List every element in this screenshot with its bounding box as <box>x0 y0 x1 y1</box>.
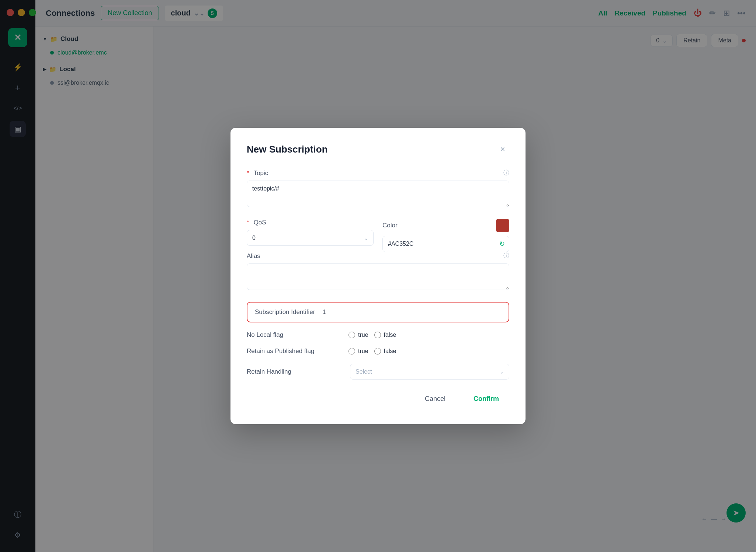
qos-label-text: QoS <box>254 219 266 226</box>
color-input-wrapper: #AC352C ↻ <box>382 236 509 252</box>
retain-published-false-option[interactable]: false <box>374 348 396 354</box>
topic-info-icon[interactable]: ⓘ <box>503 169 509 177</box>
no-local-false-label: false <box>384 332 396 338</box>
no-local-false-option[interactable]: false <box>374 332 396 338</box>
topic-required: * <box>247 170 249 177</box>
retain-published-true-radio[interactable] <box>348 348 355 354</box>
confirm-button[interactable]: Confirm <box>463 390 509 408</box>
topic-label-text: Topic <box>254 170 268 177</box>
retain-published-false-radio[interactable] <box>374 348 381 354</box>
color-input[interactable]: #AC352C <box>382 236 509 252</box>
color-label: Color <box>382 219 509 232</box>
qos-color-row: * QoS 0 1 2 ⌄ Color #AC352C ↻ <box>247 219 509 252</box>
dialog-title: New Subscription <box>247 144 328 155</box>
alias-input[interactable] <box>247 263 509 290</box>
qos-select[interactable]: 0 1 2 <box>247 230 374 246</box>
color-col: Color #AC352C ↻ <box>382 219 509 252</box>
retain-published-false-label: false <box>384 348 396 354</box>
topic-form-group: * Topic ⓘ <box>247 169 509 209</box>
retain-as-published-row: Retain as Published flag true false <box>247 347 509 355</box>
retain-handling-select[interactable]: Select 0 1 2 <box>350 364 509 380</box>
no-local-true-radio[interactable] <box>348 332 355 338</box>
dialog-close-button[interactable]: × <box>496 143 509 156</box>
qos-required: * <box>247 219 249 226</box>
refresh-icon[interactable]: ↻ <box>499 240 505 248</box>
alias-label: Alias ⓘ <box>247 252 509 260</box>
retain-handling-select-wrapper: Select 0 1 2 ⌄ <box>350 364 509 380</box>
retain-as-published-label: Retain as Published flag <box>247 347 343 355</box>
qos-label: * QoS <box>247 219 374 226</box>
new-subscription-dialog: New Subscription × * Topic ⓘ * QoS 0 1 2… <box>230 128 526 424</box>
alias-form-group: Alias ⓘ <box>247 252 509 291</box>
no-local-true-label: true <box>358 332 368 338</box>
retain-handling-label: Retain Handling <box>247 368 343 375</box>
alias-info-icon[interactable]: ⓘ <box>503 252 509 260</box>
color-swatch[interactable] <box>496 219 509 232</box>
retain-published-true-label: true <box>358 348 368 354</box>
no-local-flag-label: No Local flag <box>247 331 343 339</box>
topic-input[interactable] <box>247 181 509 207</box>
subscription-identifier-label: Subscription Identifier <box>255 308 315 316</box>
retain-published-true-option[interactable]: true <box>348 348 368 354</box>
no-local-flag-row: No Local flag true false <box>247 331 509 339</box>
color-row: #AC352C ↻ <box>382 236 509 252</box>
topic-label: * Topic ⓘ <box>247 169 509 177</box>
dialog-footer: Cancel Confirm <box>247 390 509 408</box>
subscription-identifier-row: Subscription Identifier <box>247 302 509 322</box>
no-local-false-radio[interactable] <box>374 332 381 338</box>
qos-col: * QoS 0 1 2 ⌄ <box>247 219 374 246</box>
qos-select-wrapper: 0 1 2 ⌄ <box>247 230 374 246</box>
no-local-true-option[interactable]: true <box>348 332 368 338</box>
cancel-button[interactable]: Cancel <box>415 390 456 408</box>
subscription-identifier-input[interactable] <box>322 309 501 315</box>
dialog-header: New Subscription × <box>247 143 509 156</box>
retain-handling-row: Retain Handling Select 0 1 2 ⌄ <box>247 364 509 380</box>
color-label-text: Color <box>382 222 398 229</box>
alias-label-text: Alias <box>247 252 260 260</box>
